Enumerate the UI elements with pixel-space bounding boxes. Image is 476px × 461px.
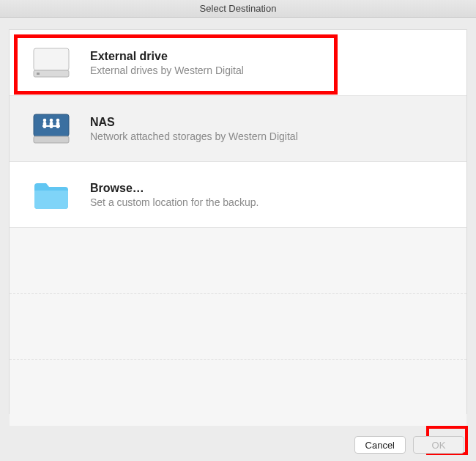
option-title: Browse…	[90, 182, 259, 195]
svg-rect-12	[42, 125, 60, 127]
empty-row	[10, 360, 466, 426]
option-external-drive[interactable]: External drive External drives by Wester…	[10, 30, 466, 96]
empty-row	[10, 228, 466, 294]
svg-rect-11	[56, 122, 60, 128]
option-subtitle: Network attached storages by Western Dig…	[90, 130, 298, 142]
svg-point-10	[56, 118, 60, 122]
option-subtitle: External drives by Western Digital	[90, 64, 244, 76]
option-nas[interactable]: NAS Network attached storages by Western…	[10, 96, 466, 162]
option-subtitle: Set a custom location for the backup.	[90, 196, 259, 208]
svg-rect-0	[34, 48, 69, 70]
svg-rect-5	[34, 136, 69, 143]
svg-point-6	[43, 118, 47, 122]
svg-rect-9	[50, 122, 53, 128]
svg-rect-7	[43, 122, 47, 128]
svg-point-8	[50, 118, 53, 122]
cancel-button[interactable]: Cancel	[354, 436, 406, 454]
dialog-buttons: Cancel OK	[354, 436, 464, 454]
svg-rect-2	[37, 73, 40, 75]
option-title: External drive	[90, 50, 244, 63]
destination-list: External drive External drives by Wester…	[9, 29, 467, 414]
option-browse[interactable]: Browse… Set a custom location for the ba…	[10, 162, 466, 228]
external-drive-icon	[31, 43, 71, 83]
nas-drive-icon	[31, 109, 71, 149]
option-title: NAS	[90, 116, 298, 129]
window-title: Select Destination	[0, 0, 476, 18]
folder-icon	[31, 175, 71, 215]
ok-button[interactable]: OK	[413, 436, 464, 454]
empty-row	[10, 294, 466, 360]
